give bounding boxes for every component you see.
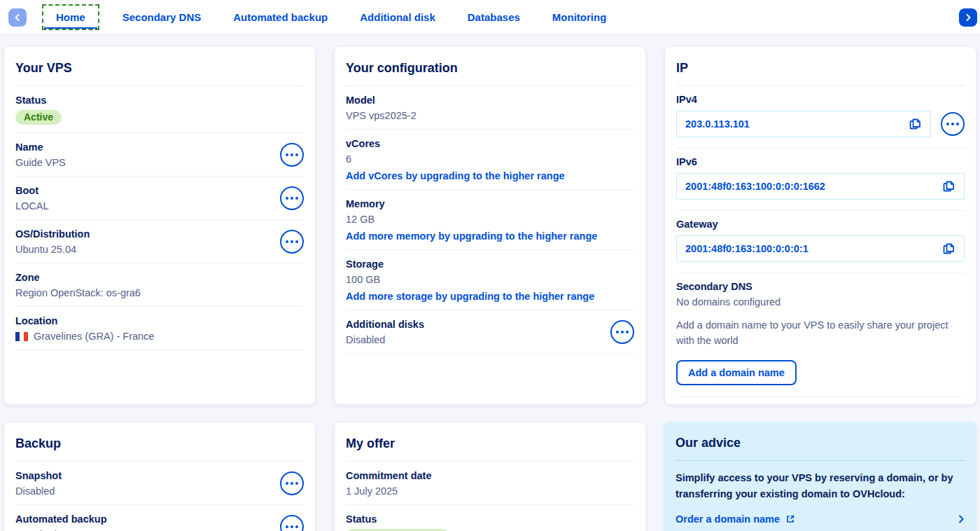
field-ipv4: IPv4 203.0.113.101 [676,86,965,149]
tab-monitoring[interactable]: Monitoring [552,4,606,30]
card-title-my-offer: My offer [346,432,634,462]
ellipsis-icon [286,197,288,200]
add-domain-name-button[interactable]: Add a domain name [676,360,797,385]
copy-ipv6-button[interactable] [941,179,955,193]
gateway-value: 2001:48f0:163:100:0:0:0:1 [685,243,808,254]
os-ellipsis-menu-button[interactable] [280,230,304,254]
field-snapshot: Snapshot Disabled [15,462,304,505]
copy-icon [941,242,955,256]
field-value: 6 [346,153,565,165]
field-label: Automated backup [15,513,107,525]
field-value: Disabled [346,334,424,345]
boot-ellipsis-menu-button[interactable] [280,186,304,210]
field-additional-disks: Additional disks Disabled [346,310,634,354]
field-automated-backup: Automated backup Standard [15,505,304,531]
copy-gateway-button[interactable] [941,242,955,256]
card-my-offer: My offer Commitment date 1 July 2025 Sta… [334,422,646,531]
tab-secondary-dns[interactable]: Secondary DNS [122,4,202,30]
field-value: Ubuntu 25.04 [15,244,90,255]
order-domain-link-label: Order a domain name [676,513,780,525]
field-secondary-dns: Secondary DNS No domains configured Add … [676,273,965,397]
card-title-backup: Backup [15,432,304,462]
field-value: Disabled [15,485,62,497]
field-value: No domains configured [676,296,965,308]
tab-databases[interactable]: Databases [468,4,520,30]
field-label: Status [15,95,62,106]
field-value: Region OpenStack: os-gra6 [15,287,141,298]
field-value: VPS vps2025-2 [346,110,416,121]
field-value: 100 GB [346,274,594,285]
tabs-scroll-prev-button[interactable] [8,8,27,27]
automated-backup-ellipsis-menu-button[interactable] [280,515,304,531]
card-our-advice: Our advice Simplify access to your VPS b… [664,422,976,531]
field-label: OS/Distribution [15,228,90,240]
card-title-ip: IP [676,57,965,86]
field-zone: Zone Region OpenStack: os-gra6 [15,263,304,307]
field-storage: Storage 100 GB Add more storage by upgra… [346,250,634,310]
order-domain-name-link[interactable]: Order a domain name [676,513,795,525]
ipv6-value: 2001:48f0:163:100:0:0:0:1662 [685,181,825,192]
field-label: Zone [15,272,141,283]
field-value: 12 GB [346,214,597,225]
card-ip: IP IPv4 203.0.113.101 [664,46,976,405]
field-label: Name [15,142,66,153]
field-offer-status: Status Automatic renewal [346,505,634,531]
field-label: vCores [346,138,565,149]
field-location: Location Gravelines (GRA) - France [15,307,304,350]
external-link-icon [785,514,795,524]
snapshot-ellipsis-menu-button[interactable] [280,471,304,495]
card-title-your-configuration: Your configuration [346,57,634,86]
card-your-vps: Your VPS Status Active Name Guide VPS Bo… [4,46,316,405]
field-memory: Memory 12 GB Add more memory by upgradin… [346,190,634,250]
ellipsis-icon [616,331,619,333]
copy-icon [941,179,955,193]
service-tabs-bar: Home Secondary DNS Automated backup Addi… [0,0,980,35]
field-os-distribution: OS/Distribution Ubuntu 25.04 [15,220,304,263]
field-status: Status Active [15,86,304,133]
field-label: Model [346,95,416,106]
upgrade-storage-link[interactable]: Add more storage by upgrading to the hig… [346,291,594,302]
field-label: Secondary DNS [676,281,965,292]
upgrade-vcores-link[interactable]: Add vCores by upgrading to the higher ra… [346,170,565,181]
card-your-configuration: Your configuration Model VPS vps2025-2 v… [334,46,646,405]
ellipsis-icon [286,482,288,485]
chevron-right-icon [957,515,965,523]
card-title-our-advice: Our advice [676,432,965,461]
chevron-right-icon [964,13,972,22]
additional-disks-ellipsis-menu-button[interactable] [610,320,634,344]
tabs-scroll-next-button[interactable] [959,8,977,27]
ellipsis-icon [946,123,949,125]
ipv4-value: 203.0.113.101 [685,118,750,130]
field-name: Name Guide VPS [15,133,304,177]
tab-additional-disk[interactable]: Additional disk [360,4,435,30]
chevron-left-icon [13,13,22,22]
add-domain-description: Add a domain name to your VPS to easily … [676,317,965,349]
field-label: IPv4 [676,94,965,105]
tab-automated-backup[interactable]: Automated backup [233,4,328,30]
status-badge: Active [15,110,62,125]
tab-home[interactable]: Home [42,4,99,30]
upgrade-memory-link[interactable]: Add more memory by upgrading to the high… [346,230,597,242]
name-ellipsis-menu-button[interactable] [280,143,304,167]
dashboard-grid: Your VPS Status Active Name Guide VPS Bo… [0,35,980,531]
copy-icon [908,117,922,131]
copy-ipv4-button[interactable] [908,117,922,131]
field-label: Memory [346,198,597,209]
field-label: Storage [346,258,594,270]
advice-text: Simplify access to your VPS by reserving… [676,470,965,502]
field-label: Gateway [676,219,965,230]
field-ipv6: IPv6 2001:48f0:163:100:0:0:0:1662 [676,149,965,211]
field-vcores: vCores 6 Add vCores by upgrading to the … [346,130,634,190]
card-title-your-vps: Your VPS [15,57,304,86]
france-flag-icon [15,332,28,341]
gateway-box: 2001:48f0:163:100:0:0:0:1 [676,235,965,262]
field-value: 1 July 2025 [346,485,431,497]
ellipsis-icon [286,153,288,156]
field-label: Snapshot [15,470,62,481]
field-label: Status [346,513,449,525]
field-label: Additional disks [346,319,424,330]
field-value: Guide VPS [15,157,66,168]
ellipsis-icon [286,240,288,243]
field-boot: Boot LOCAL [15,177,304,220]
ipv4-ellipsis-menu-button[interactable] [941,112,965,136]
